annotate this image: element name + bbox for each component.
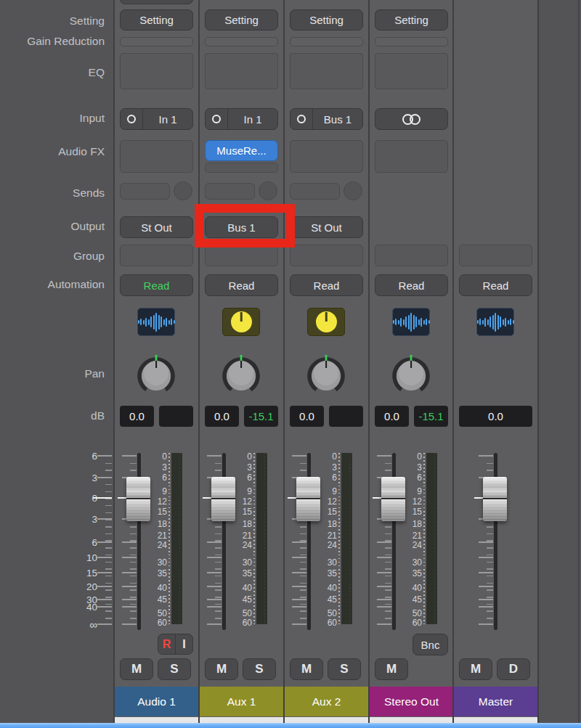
setting-button[interactable]: Setting — [375, 9, 448, 30]
fader-section: 03691215182124303540455060 — [370, 447, 453, 630]
record-enable-button[interactable]: R — [158, 634, 175, 654]
peak-level-value[interactable] — [329, 406, 363, 427]
eq-display[interactable] — [375, 53, 448, 89]
automation-mode-button[interactable]: Read — [120, 274, 193, 296]
pan-row-label: Pan — [84, 367, 105, 380]
level-meter — [426, 453, 437, 624]
volume-db-value[interactable]: 0.0 — [459, 406, 532, 427]
pan-knob[interactable] — [137, 353, 175, 396]
window-edge-line — [578, 0, 580, 728]
eq-row-label: EQ — [89, 66, 105, 79]
automation-row-label: Automation — [48, 278, 105, 291]
input-source-label[interactable]: Bus 1 — [313, 113, 362, 126]
volume-db-value[interactable]: 0.0 — [205, 406, 239, 427]
send-level-knob[interactable] — [344, 181, 362, 200]
input-format-segment[interactable] — [121, 109, 143, 129]
setting-button[interactable]: Setting — [205, 9, 278, 30]
audio-waveform-icon[interactable] — [392, 308, 430, 336]
eq-display[interactable] — [205, 53, 278, 89]
audio-waveform-icon[interactable] — [137, 308, 175, 336]
aux-knob-icon[interactable] — [222, 308, 260, 336]
volume-db-value[interactable]: 0.0 — [375, 406, 409, 427]
eq-display[interactable] — [120, 53, 193, 89]
setting-button[interactable]: Setting — [120, 9, 193, 30]
volume-db-value[interactable]: 0.0 — [290, 406, 324, 427]
dim-button[interactable]: D — [497, 658, 530, 680]
pan-knob[interactable] — [307, 353, 345, 396]
clipped-top-button[interactable] — [120, 0, 193, 4]
mute-button[interactable]: M — [459, 658, 492, 680]
output-button[interactable]: St Out — [290, 216, 363, 238]
automation-mode-button[interactable]: Read — [375, 274, 448, 296]
volume-db-value[interactable]: 0.0 — [120, 406, 154, 427]
group-slot[interactable] — [459, 245, 532, 266]
strip-separator — [452, 0, 454, 728]
send-level-knob[interactable] — [174, 181, 192, 200]
horizontal-scrollbar[interactable] — [0, 723, 581, 728]
output-button[interactable]: St Out — [120, 216, 193, 238]
automation-mode-button[interactable]: Read — [290, 274, 363, 296]
mixer-window: Setting Gain Reduction EQ Input Audio FX… — [0, 0, 581, 728]
channel-name[interactable]: Stereo Out — [370, 687, 453, 716]
channel-strip-audio-1: Setting In 1 St Out Read 0.0 — [115, 0, 198, 728]
automation-mode-button[interactable]: Read — [459, 274, 532, 296]
audio-fx-empty-slot[interactable] — [205, 163, 278, 173]
channel-name[interactable]: Aux 2 — [285, 687, 368, 716]
aux-knob-icon[interactable] — [307, 308, 345, 336]
mute-button[interactable]: M — [375, 658, 408, 680]
input-format-segment[interactable] — [290, 109, 313, 129]
group-slot[interactable] — [290, 245, 363, 266]
peak-level-value[interactable] — [159, 406, 193, 427]
input-button[interactable]: Bus 1 — [290, 108, 363, 130]
setting-button[interactable]: Setting — [290, 9, 363, 30]
send-level-knob[interactable] — [259, 181, 277, 200]
solo-button[interactable]: S — [158, 658, 191, 680]
send-slot[interactable] — [205, 183, 255, 200]
mute-button[interactable]: M — [120, 658, 153, 680]
fader-scale-left: 630361015203040∞ — [0, 447, 113, 630]
gain-reduction-meter — [375, 37, 448, 46]
send-slot[interactable] — [120, 183, 170, 200]
mono-circle-icon — [212, 115, 221, 123]
input-source-label[interactable]: In 1 — [143, 113, 192, 126]
group-slot[interactable] — [205, 245, 278, 266]
audio-fx-slot[interactable] — [120, 140, 193, 173]
input-source-label[interactable]: In 1 — [228, 113, 277, 126]
audio-fx-slot[interactable] — [375, 140, 448, 173]
mute-button[interactable]: M — [205, 658, 238, 680]
input-format-segment[interactable] — [206, 109, 228, 129]
channel-name[interactable]: Aux 1 — [200, 687, 283, 716]
input-button[interactable]: In 1 — [120, 108, 193, 130]
strip-separator — [198, 0, 200, 728]
channel-strip-aux-1: Setting In 1 MuseRe... Bus 1 Read 0.0 -1… — [200, 0, 283, 728]
group-slot[interactable] — [120, 245, 193, 266]
solo-button[interactable]: S — [328, 658, 361, 680]
meter-scale-numbers: 03691215182124303540455060 — [227, 447, 252, 630]
channel-name[interactable]: Master — [454, 687, 537, 716]
audio-fx-row-label: Audio FX — [58, 145, 105, 158]
fader-section: 03691215182124303540455060 — [285, 447, 368, 630]
mute-button[interactable]: M — [290, 658, 323, 680]
input-monitor-button[interactable]: I — [175, 634, 192, 654]
eq-display[interactable] — [290, 53, 363, 89]
audio-fx-slot[interactable] — [290, 140, 363, 173]
automation-mode-button[interactable]: Read — [205, 274, 278, 296]
send-slot[interactable] — [290, 183, 340, 200]
channel-name[interactable]: Audio 1 — [115, 687, 198, 716]
peak-level-value[interactable]: -15.1 — [244, 406, 278, 427]
peak-level-value[interactable]: -15.1 — [414, 406, 448, 427]
group-slot[interactable] — [375, 245, 448, 266]
input-button[interactable]: In 1 — [205, 108, 278, 130]
record-input-buttons: R I — [158, 634, 193, 655]
pan-knob[interactable] — [392, 353, 430, 396]
volume-fader[interactable] — [483, 477, 507, 521]
audio-waveform-icon[interactable] — [476, 308, 514, 336]
fader-scale-numbers: 630361015203040∞ — [0, 447, 97, 630]
pan-knob[interactable] — [222, 353, 260, 396]
group-row-label: Group — [73, 250, 105, 263]
solo-button[interactable]: S — [243, 658, 276, 680]
audio-fx-plugin-button[interactable]: MuseRe... — [205, 140, 278, 161]
output-highlight-box — [195, 204, 295, 248]
stereo-input-button[interactable] — [375, 108, 448, 130]
bounce-button[interactable]: Bnc — [413, 634, 448, 655]
